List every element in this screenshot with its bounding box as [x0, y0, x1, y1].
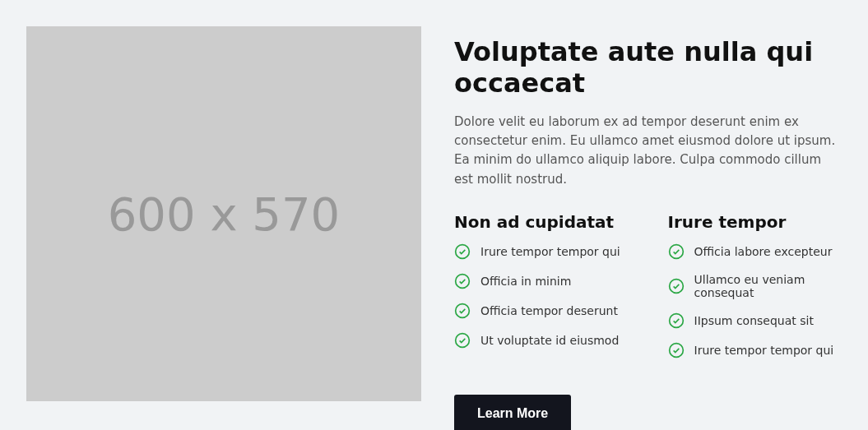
- column-heading-left: Non ad cupidatat: [454, 212, 629, 232]
- check-circle-icon: [668, 342, 685, 358]
- feature-item-label: Officia labore excepteur: [694, 245, 833, 258]
- svg-point-2: [456, 303, 470, 317]
- feature-columns: Non ad cupidatat Irure tempor tempor qui…: [454, 212, 842, 372]
- svg-point-3: [456, 333, 470, 347]
- check-circle-icon: [454, 332, 471, 349]
- feature-item: Ut voluptate id eiusmod: [454, 332, 629, 349]
- main-container: 600 x 570 Voluptate aute nulla qui occae…: [26, 26, 842, 430]
- check-circle-icon: [668, 278, 685, 294]
- feature-item-label: Officia tempor deserunt: [480, 304, 618, 317]
- hero-image-placeholder: 600 x 570: [26, 26, 421, 401]
- description-text: Dolore velit eu laborum ex ad tempor des…: [454, 113, 842, 189]
- feature-item-label: IIpsum consequat sit: [694, 314, 814, 327]
- feature-item: IIpsum consequat sit: [668, 312, 842, 329]
- svg-point-7: [669, 343, 683, 357]
- learn-more-button[interactable]: Learn More: [454, 395, 571, 430]
- content-section: Voluptate aute nulla qui occaecat Dolore…: [454, 26, 842, 430]
- check-circle-icon: [454, 303, 471, 319]
- feature-item: Officia labore excepteur: [668, 243, 842, 260]
- feature-column-left: Non ad cupidatat Irure tempor tempor qui…: [454, 212, 629, 372]
- feature-item-label: Officia in minim: [480, 275, 571, 288]
- check-circle-icon: [454, 243, 471, 260]
- svg-point-5: [669, 279, 683, 293]
- feature-item-label: Irure tempor tempor qui: [480, 245, 620, 258]
- feature-item-label: Ut voluptate id eiusmod: [480, 334, 619, 347]
- feature-item-label: Irure tempor tempor qui: [694, 344, 834, 357]
- feature-item: Officia tempor deserunt: [454, 303, 629, 319]
- feature-list-left: Irure tempor tempor qui Officia in minim…: [454, 243, 629, 349]
- feature-list-right: Officia labore excepteur Ullamco eu veni…: [668, 243, 842, 358]
- svg-point-0: [456, 244, 470, 258]
- page-heading: Voluptate aute nulla qui occaecat: [454, 36, 842, 99]
- feature-item-label: Ullamco eu veniam consequat: [694, 273, 842, 299]
- check-circle-icon: [668, 312, 685, 329]
- svg-point-6: [669, 313, 683, 327]
- svg-point-4: [669, 244, 683, 258]
- image-placeholder-text: 600 x 570: [108, 187, 341, 241]
- feature-item: Ullamco eu veniam consequat: [668, 273, 842, 299]
- check-circle-icon: [454, 273, 471, 289]
- feature-item: Irure tempor tempor qui: [668, 342, 842, 358]
- column-heading-right: Irure tempor: [668, 212, 842, 232]
- check-circle-icon: [668, 243, 685, 260]
- feature-column-right: Irure tempor Officia labore excepteur Ul…: [668, 212, 842, 372]
- svg-point-1: [456, 274, 470, 288]
- feature-item: Irure tempor tempor qui: [454, 243, 629, 260]
- feature-item: Officia in minim: [454, 273, 629, 289]
